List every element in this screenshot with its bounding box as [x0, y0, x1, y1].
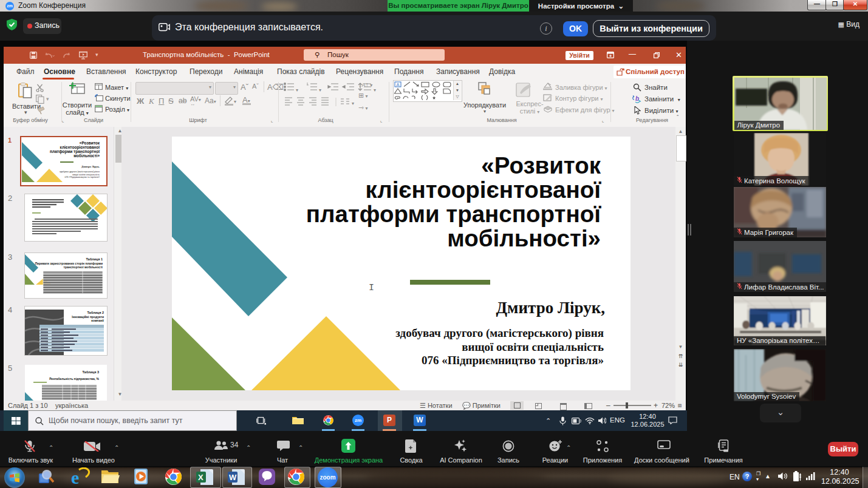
svg-text:▾: ▾ [296, 87, 298, 93]
svg-text:вищої освіти спеціальність: вищої освіти спеціальність [72, 174, 100, 176]
svg-text:▾: ▾ [319, 87, 321, 93]
svg-text:мобільності»: мобільності» [73, 154, 100, 158]
svg-text:Таблиця 2: Таблиця 2 [87, 311, 104, 314]
svg-text:e: e [71, 467, 79, 487]
svg-text:здобувач другого (магістерсько: здобувач другого (магістерського) рівня [60, 171, 100, 173]
svg-text:▾: ▾ [352, 101, 354, 106]
svg-text:Рентабельність підприємства, %: Рентабельність підприємства, % [49, 377, 99, 381]
svg-text:W: W [229, 473, 237, 482]
svg-text:Таблиця 1: Таблиця 1 [86, 257, 103, 261]
svg-text:«Розвиток: «Розвиток [79, 141, 100, 145]
svg-text:076 «Підприємництво та торгівл: 076 «Підприємництво та торгівля» [64, 176, 99, 178]
svg-text:Дмитро Лірук,: Дмитро Лірук, [81, 165, 100, 168]
svg-text:A: A [396, 82, 399, 87]
svg-text:b: b [635, 95, 639, 102]
svg-text:транспортної мобільності: транспортної мобільності [63, 265, 103, 269]
svg-text:X: X [198, 473, 203, 482]
svg-text:Таблиця 3: Таблиця 3 [82, 370, 99, 374]
svg-text:▾: ▾ [234, 99, 236, 104]
svg-text:▾: ▾ [374, 87, 376, 93]
svg-text:компанії: компанії [91, 319, 104, 322]
